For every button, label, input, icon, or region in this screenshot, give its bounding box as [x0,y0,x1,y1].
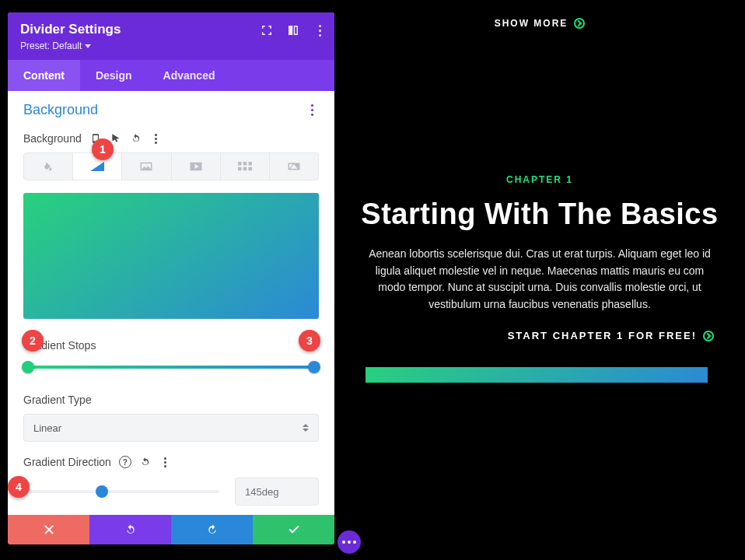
gradient-preview [23,193,319,319]
panel-tabs: Content Design Advanced [8,60,334,91]
background-label-row: Background [23,132,319,145]
gradient-direction-value: 145deg [245,486,278,498]
cta-label: START CHAPTER 1 FOR FREE! [508,330,697,341]
callout-2: 2 [22,330,44,352]
arrow-circle-icon [703,331,714,341]
more-icon[interactable] [313,23,327,37]
arrow-circle-icon [574,18,585,29]
show-more-label: SHOW MORE [495,18,568,29]
builder-fab[interactable] [338,530,361,554]
range-handle[interactable] [96,485,108,498]
show-more-link[interactable]: SHOW MORE [495,18,586,29]
panel-body: Background Background [8,91,334,515]
divider-settings-panel: Divider Settings Preset: Default Content… [8,12,334,544]
divider-gradient-preview [366,367,708,383]
chapter-eyebrow: CHAPTER 1 [334,174,745,185]
direction-more-icon[interactable] [159,456,172,468]
cta-wrap: START CHAPTER 1 FOR FREE! [334,328,714,342]
tab-advanced[interactable]: Advanced [148,60,231,91]
gradient-stops-slider[interactable] [23,361,319,373]
gradient-direction-control: 145deg [23,478,319,506]
page-preview: SHOW MORE CHAPTER 1 Starting With The Ba… [334,0,745,544]
cancel-button[interactable] [8,515,89,544]
bg-type-video[interactable] [172,153,221,180]
show-more-wrap: SHOW MORE [334,16,745,30]
gradient-direction-row: Gradient Direction ? [23,456,319,468]
gradient-stops-label: Gradient Stops [23,339,319,352]
tab-design[interactable]: Design [80,60,148,91]
reset-icon[interactable] [130,132,142,145]
help-icon[interactable]: ? [119,456,131,468]
section-title: Background [23,102,98,118]
field-more-icon[interactable] [150,132,163,145]
panel-header: Divider Settings Preset: Default [8,12,334,60]
preset-label: Preset: Default [20,40,82,51]
tab-content[interactable]: Content [8,60,80,91]
gradient-direction-slider[interactable] [23,485,219,498]
start-chapter-cta[interactable]: START CHAPTER 1 FOR FREE! [508,330,714,341]
caret-down-icon [85,44,91,48]
reset-direction-icon[interactable] [139,456,152,468]
stage: SHOW MORE CHAPTER 1 Starting With The Ba… [0,0,745,560]
callout-3: 3 [299,330,320,352]
gradient-type-select[interactable]: Linear [23,414,319,442]
redo-button[interactable] [171,515,253,544]
gradient-type-select-wrap: Linear [23,414,319,442]
preset-dropdown[interactable]: Preset: Default [20,40,91,51]
bg-type-color[interactable] [24,153,73,180]
section-head: Background [23,102,319,118]
hero-copy: Aenean lobortis scelerisque dui. Cras ut… [366,246,714,313]
gradient-direction-input[interactable]: 145deg [235,478,319,506]
background-type-tabs [23,152,319,180]
snap-icon[interactable] [286,23,300,37]
callout-4: 4 [8,476,30,498]
bg-type-mask[interactable] [270,153,318,180]
gradient-type-label: Gradient Type [23,394,319,406]
expand-icon[interactable] [260,23,274,37]
save-button[interactable] [253,515,334,544]
updown-icon [303,424,309,432]
gradient-stop-start[interactable] [22,361,34,373]
gradient-stop-end[interactable] [308,361,320,373]
range-track [23,490,219,493]
bg-type-pattern[interactable] [221,153,270,180]
bg-type-image[interactable] [122,153,171,180]
panel-footer [8,515,334,544]
gradient-direction-label: Gradient Direction [23,456,111,468]
panel-header-actions [260,23,327,37]
gradient-type-value: Linear [33,422,61,434]
undo-button[interactable] [89,515,171,544]
gradient-stops-track [28,366,314,369]
background-label: Background [23,132,82,145]
hero-title: Starting With The Basics [334,198,745,231]
section-menu-icon[interactable] [305,103,319,117]
callout-1: 1 [92,138,114,160]
